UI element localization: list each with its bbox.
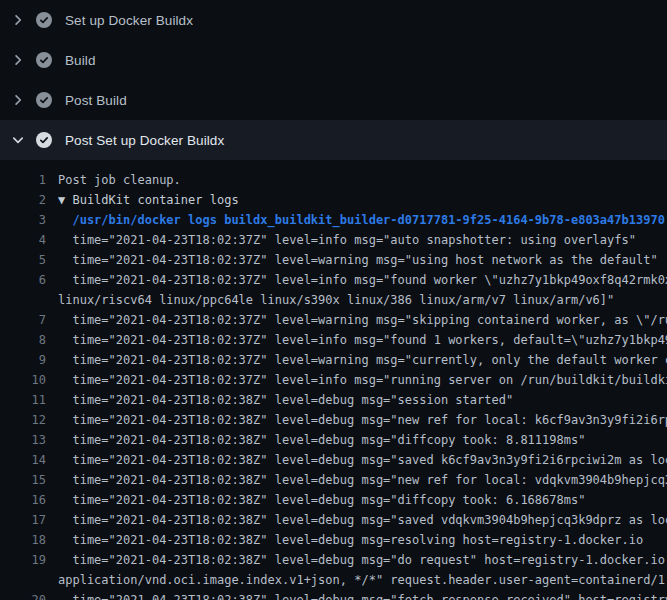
- line-number[interactable]: 18: [0, 530, 46, 550]
- check-circle-icon: [36, 12, 52, 28]
- log-text: time="2021-04-23T18:02:37Z" level=warnin…: [58, 350, 667, 370]
- log-line: 20 time="2021-04-23T18:02:38Z" level=deb…: [0, 590, 667, 600]
- step-header-row[interactable]: Build: [0, 40, 667, 80]
- log-line: 8 time="2021-04-23T18:02:37Z" level=info…: [0, 330, 667, 350]
- line-number[interactable]: 4: [0, 230, 46, 250]
- log-line: 3 /usr/bin/docker logs buildx_buildkit_b…: [0, 210, 667, 230]
- check-circle-icon: [36, 92, 52, 108]
- log-line: 11 time="2021-04-23T18:02:38Z" level=deb…: [0, 390, 667, 410]
- log-group-toggle[interactable]: ▼ BuildKit container logs: [58, 190, 239, 210]
- log-text: time="2021-04-23T18:02:38Z" level=debug …: [58, 410, 667, 430]
- log-text: /usr/bin/docker logs buildx_buildkit_bui…: [58, 210, 665, 230]
- line-number[interactable]: 2: [0, 190, 46, 210]
- log-text: time="2021-04-23T18:02:37Z" level=info m…: [58, 270, 667, 290]
- log-text: time="2021-04-23T18:02:38Z" level=debug …: [58, 550, 667, 570]
- line-number[interactable]: 5: [0, 250, 46, 270]
- log-text: Post job cleanup.: [58, 170, 181, 190]
- chevron-right-icon: [10, 92, 26, 108]
- log-text: time="2021-04-23T18:02:37Z" level=info m…: [58, 330, 667, 350]
- log-text: time="2021-04-23T18:02:37Z" level=info m…: [58, 370, 667, 390]
- line-number[interactable]: 1: [0, 170, 46, 190]
- step-title: Build: [65, 53, 96, 68]
- chevron-right-icon: [10, 52, 26, 68]
- step-list: Set up Docker Buildx Build Post Buil: [0, 0, 667, 160]
- log-line: 16 time="2021-04-23T18:02:38Z" level=deb…: [0, 490, 667, 510]
- line-number[interactable]: 19: [0, 550, 46, 570]
- log-line: 19 time="2021-04-23T18:02:38Z" level=deb…: [0, 550, 667, 570]
- log-text: time="2021-04-23T18:02:38Z" level=debug …: [58, 390, 513, 410]
- line-number[interactable]: 10: [0, 370, 46, 390]
- line-number[interactable]: 3: [0, 210, 46, 230]
- chevron-down-icon: [10, 132, 26, 148]
- line-number[interactable]: 20: [0, 590, 46, 600]
- log-line: 17 time="2021-04-23T18:02:38Z" level=deb…: [0, 510, 667, 530]
- step-title: Post Set up Docker Buildx: [65, 133, 224, 148]
- log-line: 15 time="2021-04-23T18:02:38Z" level=deb…: [0, 470, 667, 490]
- log-text: time="2021-04-23T18:02:38Z" level=debug …: [58, 510, 667, 530]
- log-line: 4 time="2021-04-23T18:02:37Z" level=info…: [0, 230, 667, 250]
- log-text: time="2021-04-23T18:02:38Z" level=debug …: [58, 430, 585, 450]
- step-header-row[interactable]: Post Set up Docker Buildx: [0, 120, 667, 160]
- line-number[interactable]: 6: [0, 270, 46, 290]
- log-text: time="2021-04-23T18:02:38Z" level=debug …: [58, 470, 667, 490]
- log-line: application/vnd.oci.image.index.v1+json,…: [0, 570, 667, 590]
- log-text: time="2021-04-23T18:02:37Z" level=warnin…: [58, 310, 667, 330]
- log-line: 10 time="2021-04-23T18:02:37Z" level=inf…: [0, 370, 667, 390]
- line-number[interactable]: 13: [0, 430, 46, 450]
- log-text: time="2021-04-23T18:02:38Z" level=debug …: [58, 530, 643, 550]
- step-title: Post Build: [65, 93, 127, 108]
- line-number[interactable]: 7: [0, 310, 46, 330]
- line-number[interactable]: 14: [0, 450, 46, 470]
- log-text: time="2021-04-23T18:02:37Z" level=info m…: [58, 230, 636, 250]
- step-title: Set up Docker Buildx: [65, 13, 193, 28]
- log-line: 9 time="2021-04-23T18:02:37Z" level=warn…: [0, 350, 667, 370]
- line-number[interactable]: 11: [0, 390, 46, 410]
- log-text: linux/riscv64 linux/ppc64le linux/s390x …: [58, 290, 614, 310]
- log-text: time="2021-04-23T18:02:37Z" level=warnin…: [58, 250, 658, 270]
- log-text: time="2021-04-23T18:02:38Z" level=debug …: [58, 490, 585, 510]
- line-number: [0, 570, 46, 590]
- log-text: time="2021-04-23T18:02:38Z" level=debug …: [58, 450, 667, 470]
- line-number[interactable]: 15: [0, 470, 46, 490]
- step-header-row[interactable]: Post Build: [0, 80, 667, 120]
- log-line: 14 time="2021-04-23T18:02:38Z" level=deb…: [0, 450, 667, 470]
- log-line: 12 time="2021-04-23T18:02:38Z" level=deb…: [0, 410, 667, 430]
- line-number: [0, 290, 46, 310]
- step-header-row[interactable]: Set up Docker Buildx: [0, 0, 667, 40]
- log-line: 1 Post job cleanup.: [0, 170, 667, 190]
- line-number[interactable]: 16: [0, 490, 46, 510]
- log-line: 7 time="2021-04-23T18:02:37Z" level=warn…: [0, 310, 667, 330]
- line-number[interactable]: 12: [0, 410, 46, 430]
- actions-log-viewer: Set up Docker Buildx Build Post Buil: [0, 0, 667, 600]
- line-number[interactable]: 17: [0, 510, 46, 530]
- log-line: 2 ▼ BuildKit container logs: [0, 190, 667, 210]
- check-circle-icon: [36, 52, 52, 68]
- log-line: 13 time="2021-04-23T18:02:38Z" level=deb…: [0, 430, 667, 450]
- log-output: 1 Post job cleanup. 2 ▼ BuildKit contain…: [0, 160, 667, 600]
- log-text: application/vnd.oci.image.index.v1+json,…: [58, 570, 667, 590]
- check-circle-icon: [36, 132, 52, 148]
- log-line: linux/riscv64 linux/ppc64le linux/s390x …: [0, 290, 667, 310]
- log-text: time="2021-04-23T18:02:38Z" level=debug …: [58, 590, 667, 600]
- log-line: 5 time="2021-04-23T18:02:37Z" level=warn…: [0, 250, 667, 270]
- log-line: 18 time="2021-04-23T18:02:38Z" level=deb…: [0, 530, 667, 550]
- line-number[interactable]: 8: [0, 330, 46, 350]
- chevron-right-icon: [10, 12, 26, 28]
- log-line: 6 time="2021-04-23T18:02:37Z" level=info…: [0, 270, 667, 290]
- line-number[interactable]: 9: [0, 350, 46, 370]
